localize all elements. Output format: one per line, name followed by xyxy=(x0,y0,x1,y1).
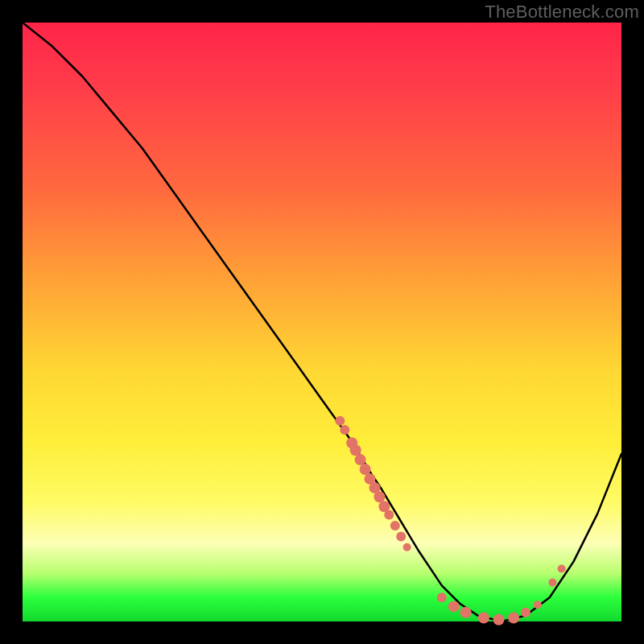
scatter-point xyxy=(437,592,447,602)
scatter-point xyxy=(478,613,489,624)
scatter-point xyxy=(350,444,361,456)
chart-container xyxy=(23,23,621,621)
scatter-point xyxy=(460,607,472,618)
curve-path xyxy=(23,23,621,621)
scatter-point xyxy=(534,601,542,609)
bottleneck-curve xyxy=(23,23,621,621)
scatter-point xyxy=(558,565,566,573)
scatter-point xyxy=(508,613,519,624)
scatter-point xyxy=(355,454,366,465)
scatter-point xyxy=(521,608,530,617)
watermark-label: TheBottleneck.com xyxy=(485,2,639,23)
scatter-point xyxy=(493,614,505,625)
scatter-point xyxy=(335,416,345,426)
chart-svg xyxy=(23,23,621,621)
scatter-point xyxy=(403,543,411,551)
scatter-point xyxy=(374,491,385,502)
scatter-point xyxy=(396,531,406,541)
scatter-point xyxy=(384,510,394,520)
scatter-point xyxy=(390,521,400,530)
scatter-point xyxy=(448,601,460,612)
scatter-point xyxy=(548,579,556,587)
scatter-point xyxy=(360,464,371,475)
scatter-point xyxy=(340,425,349,435)
